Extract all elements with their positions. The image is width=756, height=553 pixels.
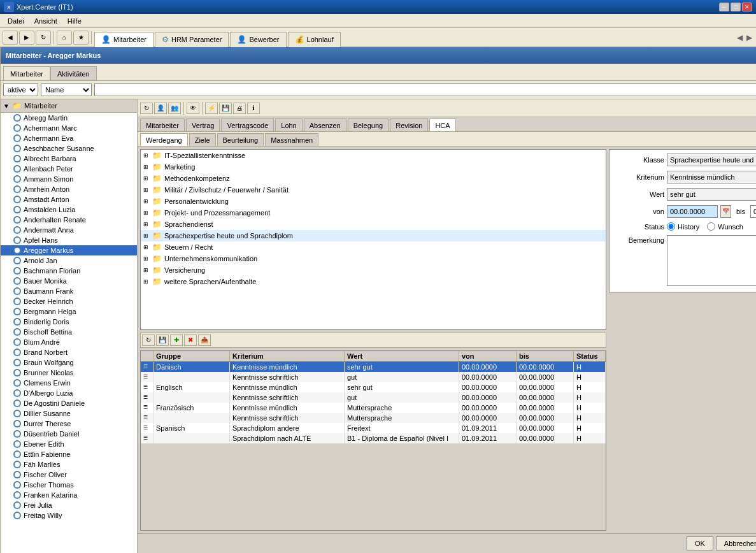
tree-projekt[interactable]: ⊞📁Projekt- und Prozessmanagement	[141, 207, 606, 219]
forward-button[interactable]: ▶	[19, 31, 34, 45]
grid-row[interactable]: ☰ Kenntnisse schriftlich gut 00.00.0000 …	[141, 372, 606, 382]
tab-lohnlauf[interactable]: 💰 Lohnlauf	[288, 32, 341, 47]
tab-hrm-parameter[interactable]: ⚙ HRM Parameter	[155, 32, 229, 47]
abbrechen-button[interactable]: Abbrechen	[716, 536, 756, 550]
emp-albrecht[interactable]: Albrecht Barbara	[1, 154, 137, 164]
radio-history-input[interactable]	[667, 222, 675, 231]
radio-wunsch-input[interactable]	[707, 222, 715, 231]
detail-tab-vertragscode[interactable]: Vertragscode	[221, 118, 274, 131]
emp-blum[interactable]: Blum André	[1, 337, 137, 347]
nav-left-arrow[interactable]: ◀	[736, 32, 744, 43]
emp-braun[interactable]: Braun Wolfgang	[1, 357, 137, 368]
content-tab-mitarbeiter[interactable]: Mitarbeiter	[3, 66, 50, 80]
emp-ebener[interactable]: Ebener Edith	[1, 439, 137, 449]
emp-baumann[interactable]: Baumann Frank	[1, 286, 137, 296]
tree-it[interactable]: ⊞📁IT-Speziallistenkenntnisse	[141, 150, 606, 161]
detail-tab-revision[interactable]: Revision	[390, 118, 428, 131]
tree-weitere[interactable]: ⊞📁weitere Sprachen/Aufenthalte	[141, 276, 606, 287]
home-button[interactable]: ⌂	[57, 31, 72, 45]
tree-methoden[interactable]: ⊞📁Methodenkompetenz	[141, 173, 606, 184]
group-btn[interactable]: 👥	[168, 103, 181, 114]
grid-save-btn[interactable]: 💾	[156, 334, 169, 346]
eye-btn[interactable]: 👁	[187, 103, 199, 114]
maximize-button[interactable]: □	[731, 3, 741, 11]
emp-frei[interactable]: Frei Julia	[1, 500, 137, 510]
klasse-input[interactable]	[667, 154, 756, 166]
save-btn[interactable]: 💾	[219, 103, 232, 114]
close-button[interactable]: ✕	[742, 3, 752, 11]
emp-dillier[interactable]: Dillier Susanne	[1, 408, 137, 419]
emp-dalbergo[interactable]: D'Albergo Luzia	[1, 388, 137, 398]
emp-brunner[interactable]: Brunner Nicolas	[1, 368, 137, 378]
grid-row[interactable]: ☰ Sprachdiplom nach ALTE B1 - Diploma de…	[141, 433, 606, 443]
emp-duesentrieb[interactable]: Düsentrieb Daniel	[1, 429, 137, 439]
tree-marketing[interactable]: ⊞📁Marketing	[141, 161, 606, 173]
emp-ettlin[interactable]: Ettlin Fabienne	[1, 449, 137, 459]
emp-ammann[interactable]: Ammann Simon	[1, 174, 137, 184]
tree-personal[interactable]: ⊞📁Personalentwicklung	[141, 196, 606, 207]
sub-tab-beurteilung[interactable]: Beurteilung	[217, 133, 264, 146]
emp-aeschbacher[interactable]: Aeschbacher Susanne	[1, 143, 137, 154]
sub-tab-werdegang[interactable]: Werdegang	[140, 133, 188, 146]
detail-tab-hca[interactable]: HCA	[429, 118, 455, 131]
bis-input[interactable]	[750, 205, 756, 218]
emp-clemens[interactable]: Clemens Erwin	[1, 378, 137, 388]
menu-datei[interactable]: Datei	[3, 16, 29, 26]
tree-sprachen[interactable]: ⊞📁Sprachendienst	[141, 219, 606, 230]
emp-bergmann[interactable]: Bergmann Helga	[1, 306, 137, 317]
sub-tab-ziele[interactable]: Ziele	[189, 133, 216, 146]
emp-abregg-martin[interactable]: Abregg Martin	[1, 113, 137, 123]
emp-apfel[interactable]: Apfel Hans	[1, 235, 137, 245]
emp-anderhalten[interactable]: Anderhalten Renate	[1, 215, 137, 225]
search-input[interactable]	[94, 83, 756, 96]
refresh-detail-btn[interactable]: ↻	[140, 103, 153, 114]
refresh-button[interactable]: ↻	[36, 31, 51, 45]
emp-bischoff[interactable]: Bischoff Bettina	[1, 327, 137, 337]
kriterium-input[interactable]	[667, 171, 756, 183]
grid-row[interactable]: ☰ Dänisch Kenntnisse mündlich sehr gut 0…	[141, 362, 606, 372]
radio-wunsch[interactable]: Wunsch	[707, 222, 743, 231]
emp-faeh[interactable]: Fäh Marlies	[1, 459, 137, 470]
radio-history[interactable]: History	[667, 222, 699, 231]
grid-row[interactable]: ☰ Kenntnisse schriftlich gut 00.00.0000 …	[141, 392, 606, 403]
detail-tab-absenzen[interactable]: Absenzen	[304, 118, 346, 131]
info-btn[interactable]: ℹ	[247, 103, 260, 114]
sub-tab-massnahmen[interactable]: Massnahmen	[265, 133, 318, 146]
grid-export-btn[interactable]: 📤	[198, 334, 211, 346]
emp-fischer-thomas[interactable]: Fischer Thomas	[1, 480, 137, 490]
tree-expand-icon[interactable]: ▼	[3, 103, 10, 110]
emp-bachmann[interactable]: Bachmann Florian	[1, 266, 137, 276]
emp-achermann-eva[interactable]: Achermann Eva	[1, 133, 137, 143]
detail-tab-lohn[interactable]: Lohn	[275, 118, 302, 131]
minimize-button[interactable]: ─	[719, 3, 729, 11]
print-btn[interactable]: 🖨	[233, 103, 246, 114]
tab-mitarbeiter[interactable]: 👤 Mitarbeiter	[94, 32, 153, 47]
emp-amstalden[interactable]: Amstalden Luzia	[1, 205, 137, 215]
emp-amstadt[interactable]: Amstadt Anton	[1, 194, 137, 205]
emp-deagostini[interactable]: De Agostini Daniele	[1, 398, 137, 408]
filter-btn[interactable]: ⚡	[205, 103, 218, 114]
emp-franken[interactable]: Franken Katarina	[1, 490, 137, 500]
tree-versicherung[interactable]: ⊞📁Versicherung	[141, 264, 606, 276]
menu-hilfe[interactable]: Hilfe	[62, 16, 87, 26]
nav-right-arrow[interactable]: ▶	[745, 32, 753, 43]
status-select[interactable]: aktive	[3, 83, 38, 96]
fav-button[interactable]: ★	[73, 31, 89, 45]
emp-allenbach[interactable]: Allenbach Peter	[1, 164, 137, 174]
von-input[interactable]	[667, 205, 718, 218]
tree-unternehmens[interactable]: ⊞📁Unternehmenskommunikation	[141, 253, 606, 264]
back-button[interactable]: ◀	[3, 31, 18, 45]
emp-bauer[interactable]: Bauer Monika	[1, 276, 137, 286]
grid-row[interactable]: ☰ Kenntnisse schriftlich Muttersprache 0…	[141, 413, 606, 423]
tree-sprachexpertise[interactable]: ⊞📁Sprachexpertise heute und Sprachdiplom	[141, 230, 606, 241]
wert-input[interactable]	[667, 188, 756, 201]
menu-ansicht[interactable]: Ansicht	[29, 16, 62, 26]
emp-freitag[interactable]: Freitag Willy	[1, 510, 137, 521]
ok-button[interactable]: OK	[687, 536, 713, 550]
grid-add-btn[interactable]: ✚	[170, 334, 183, 346]
detail-tab-belegung[interactable]: Belegung	[348, 118, 389, 131]
emp-durrer[interactable]: Durrer Therese	[1, 419, 137, 429]
tree-militar[interactable]: ⊞📁Militär / Zivilschutz / Feuerwehr / Sa…	[141, 184, 606, 196]
person-btn[interactable]: 👤	[154, 103, 167, 114]
detail-tab-mitarbeiter[interactable]: Mitarbeiter	[140, 118, 185, 131]
